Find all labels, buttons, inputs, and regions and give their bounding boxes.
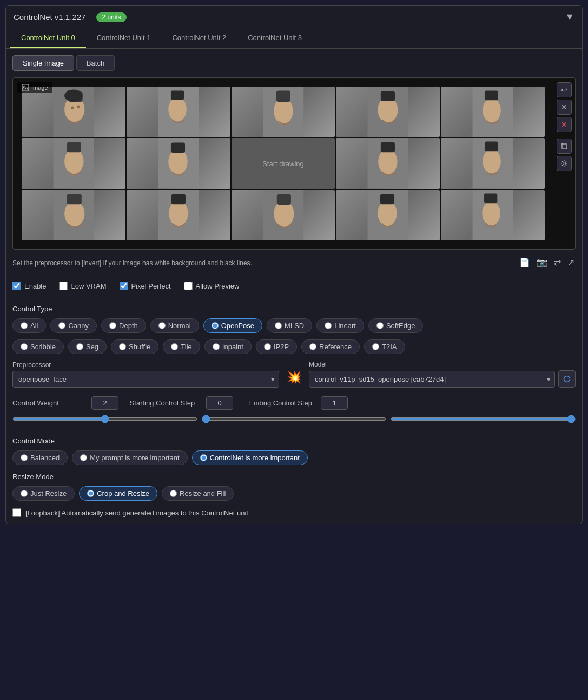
pixel-perfect-checkbox-item[interactable]: Pixel Perfect <box>120 282 171 290</box>
model-select[interactable]: control_v11p_sd15_openpose [cab727d4] <box>309 371 555 388</box>
grid-cell-2-3 <box>336 190 440 240</box>
radio-normal[interactable]: Normal <box>150 318 199 333</box>
radio-scribble-label: Scribble <box>30 343 56 351</box>
radio-shuffle[interactable]: Shuffle <box>111 339 158 354</box>
weight-slider-container <box>12 414 197 422</box>
radio-seg[interactable]: Seg <box>68 339 107 354</box>
close-button[interactable]: ✕ <box>557 117 572 132</box>
svg-point-7 <box>71 106 74 109</box>
svg-point-6 <box>64 90 83 102</box>
allow-preview-checkbox[interactable] <box>184 282 193 290</box>
radio-inpaint[interactable]: Inpaint <box>204 339 252 354</box>
image-icon <box>22 84 29 91</box>
enable-checkbox[interactable] <box>12 282 21 290</box>
radio-all[interactable]: All <box>12 318 46 333</box>
start-step-slider[interactable] <box>202 417 387 421</box>
end-step-slider[interactable] <box>391 417 576 421</box>
svg-point-59 <box>485 201 498 217</box>
radio-scribble[interactable]: Scribble <box>12 339 64 354</box>
crop-button[interactable] <box>557 139 572 154</box>
tab-unit0[interactable]: ControlNet Unit 0 <box>10 28 86 48</box>
radio-softedge[interactable]: SoftEdge <box>368 318 424 333</box>
grid-cell-0-1 <box>127 87 230 137</box>
resize-mode-section: Resize Mode Just Resize Crop and Resize … <box>12 473 576 501</box>
document-icon-btn[interactable]: 📄 <box>518 256 531 269</box>
loopback-label-item[interactable]: [Loopback] Automatically send generated … <box>12 508 248 517</box>
enable-checkbox-item[interactable]: Enable <box>12 282 46 290</box>
radio-softedge-label: SoftEdge <box>386 322 415 330</box>
end-step-slider-container <box>391 414 576 422</box>
control-weight-slider[interactable] <box>12 417 197 421</box>
model-select-wrapper: control_v11p_sd15_openpose [cab727d4] ▾ <box>309 371 555 388</box>
radio-depth-label: Depth <box>119 322 138 330</box>
mode-controlnet[interactable]: ControlNet is more important <box>192 450 308 465</box>
radio-mlsd[interactable]: MLSD <box>267 318 312 333</box>
image-label: Image <box>17 82 52 93</box>
loopback-checkbox[interactable] <box>12 508 21 517</box>
radio-ip2p[interactable]: IP2P <box>256 339 297 354</box>
collapse-button[interactable]: ▼ <box>565 11 574 23</box>
radio-openpose[interactable]: OpenPose <box>203 318 262 333</box>
camera-icon-btn[interactable]: 📷 <box>536 256 549 269</box>
enable-label: Enable <box>24 282 46 290</box>
control-weight-value[interactable]: 2 <box>91 396 118 410</box>
low-vram-checkbox-item[interactable]: Low VRAM <box>59 282 106 290</box>
preprocessor-group: Preprocessor openpose_face openpose open… <box>12 361 279 388</box>
radio-t2ia[interactable]: T2IA <box>364 339 405 354</box>
send-icon-btn[interactable]: ↗ <box>566 256 576 269</box>
preprocessor-select[interactable]: openpose_face openpose openpose_hand ope… <box>12 371 279 388</box>
tab-unit2[interactable]: ControlNet Unit 2 <box>161 28 237 48</box>
ending-step-value[interactable]: 1 <box>321 396 348 410</box>
svg-rect-44 <box>67 194 82 204</box>
tab-unit3[interactable]: ControlNet Unit 3 <box>237 28 313 48</box>
model-label: Model <box>309 361 576 368</box>
radio-lineart[interactable]: Lineart <box>316 318 364 333</box>
sub-tabs: Single Image Batch <box>12 55 576 71</box>
low-vram-checkbox[interactable] <box>59 282 68 290</box>
radio-reference[interactable]: Reference <box>301 339 360 354</box>
sub-tab-batch[interactable]: Batch <box>76 55 115 71</box>
app-header: ControlNet v1.1.227 2 units ▼ <box>6 6 582 28</box>
starting-step-value[interactable]: 0 <box>206 396 233 410</box>
grid-cell-2-4 <box>441 190 545 240</box>
sub-tab-single[interactable]: Single Image <box>12 55 74 71</box>
pixel-perfect-checkbox[interactable] <box>120 282 128 290</box>
explosion-container: 💥 <box>286 369 302 388</box>
grid-cell-0-4 <box>441 87 545 137</box>
clear-button[interactable]: ✕ <box>557 100 572 115</box>
radio-inpaint-label: Inpaint <box>222 343 243 351</box>
resize-crop[interactable]: Crop and Resize <box>79 486 157 501</box>
resize-just-label: Just Resize <box>30 489 67 498</box>
radio-depth[interactable]: Depth <box>101 318 146 333</box>
resize-fill[interactable]: Resize and Fill <box>162 486 234 501</box>
resize-just[interactable]: Just Resize <box>12 486 75 501</box>
radio-lineart-label: Lineart <box>334 322 356 330</box>
grid-cell-1-0 <box>22 138 125 188</box>
unit-tabs: ControlNet Unit 0 ControlNet Unit 1 Cont… <box>6 28 582 49</box>
mode-balanced[interactable]: Balanced <box>12 450 68 465</box>
radio-t2ia-label: T2IA <box>382 343 397 351</box>
svg-rect-32 <box>171 143 185 153</box>
grid-cell-1-4 <box>441 138 545 188</box>
svg-rect-16 <box>276 90 290 102</box>
settings-button[interactable] <box>557 156 572 171</box>
units-badge: 2 units <box>96 12 126 22</box>
undo-button[interactable]: ↩ <box>557 82 572 97</box>
image-upload-area[interactable]: Image <box>12 77 576 250</box>
image-grid: Start drawing <box>17 82 549 245</box>
control-weight-row: Control Weight 2 Starting Control Step 0… <box>12 396 576 410</box>
swap-icon-btn[interactable]: ⇄ <box>553 256 562 269</box>
radio-canny[interactable]: Canny <box>50 318 97 333</box>
allow-preview-checkbox-item[interactable]: Allow Preview <box>184 282 240 290</box>
hint-row: Set the preprocessor to [invert] If your… <box>12 255 576 269</box>
control-type-label: Control Type <box>12 305 576 313</box>
tab-unit1[interactable]: ControlNet Unit 1 <box>86 28 162 48</box>
radio-canny-label: Canny <box>68 322 89 330</box>
svg-rect-48 <box>171 194 186 204</box>
model-refresh-button[interactable] <box>558 370 576 388</box>
radio-tile[interactable]: Tile <box>163 339 200 354</box>
run-preprocessor-button[interactable]: 💥 <box>286 369 302 385</box>
mode-my-prompt[interactable]: My prompt is more important <box>72 450 187 465</box>
radio-normal-label: Normal <box>168 322 191 330</box>
svg-rect-12 <box>171 90 184 100</box>
